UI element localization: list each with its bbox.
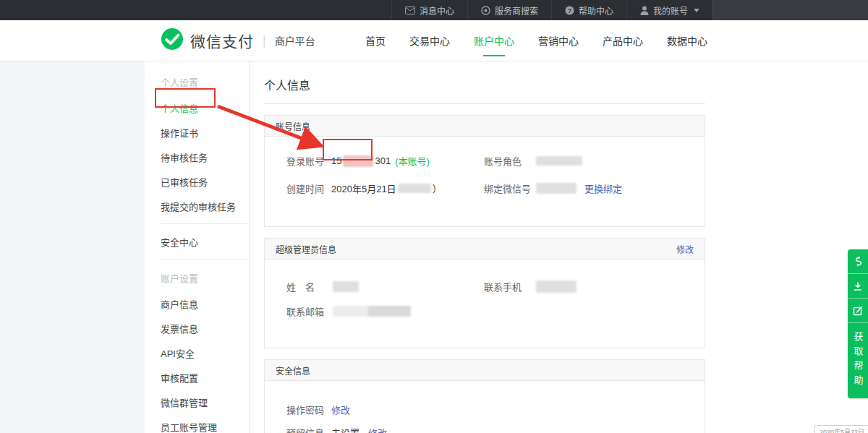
brand-subtitle: 商户平台 — [275, 33, 315, 48]
created-time-label: 创建时间 — [286, 181, 331, 195]
login-account-label: 登录账号 — [286, 154, 331, 168]
topbar-item-my-account[interactable]: 我的账号 — [626, 0, 712, 20]
sidebar-item-review-config[interactable]: 审核配置 — [145, 365, 249, 390]
sidebar-item-personal-info[interactable]: 个人信息 — [145, 95, 249, 120]
sidebar-item-wechat-group-mgmt[interactable]: 微信群管理 — [145, 390, 249, 414]
topbar-item-label: 消息中心 — [420, 4, 454, 17]
nav-item-marketing-center[interactable]: 营销中心 — [538, 29, 579, 52]
sidebar-item-security-center[interactable]: 安全中心 — [145, 229, 249, 254]
account-role-label: 账号角色 — [484, 154, 535, 168]
topbar-filler — [712, 0, 868, 20]
password-modify-link[interactable]: 修改 — [331, 403, 350, 416]
operation-password-label: 操作密码 — [286, 403, 331, 416]
wechat-pay-icon — [161, 27, 184, 53]
brand-name: 微信支付 — [190, 30, 254, 51]
topbar-item-message-center[interactable]: 消息中心 — [391, 0, 467, 20]
redacted-login-account — [343, 155, 373, 167]
nav-item-home[interactable]: 首页 — [365, 29, 386, 52]
feedback-edit-icon[interactable] — [848, 299, 868, 323]
topbar-item-service-search[interactable]: 服务商搜索 — [467, 0, 551, 20]
panel-admin-info-header: 超级管理员信息 — [276, 243, 336, 255]
chevron-down-icon — [694, 9, 699, 12]
current-account-note: (本账号) — [395, 154, 430, 168]
sidebar-item-pending-review-tasks[interactable]: 待审核任务 — [145, 145, 249, 169]
help-icon: ? — [565, 6, 574, 15]
login-account-value: 15 301 — [331, 155, 391, 167]
topbar-item-help-center[interactable]: ? 帮助中心 — [551, 0, 626, 20]
contact-phone-label: 联系手机 — [484, 280, 535, 293]
sidebar: 个人设置 个人信息 操作证书 待审核任务 已审核任务 我提交的审核任务 安全中心… — [145, 61, 250, 433]
sidebar-item-staff-account-mgmt[interactable]: 员工账号管理 — [145, 414, 249, 433]
panel-account-info: 账号信息 登录账号 15 301 (本账号) 账号角色 — [264, 115, 705, 227]
mail-icon — [405, 7, 415, 14]
redacted-contact-phone — [536, 280, 576, 293]
topbar: 消息中心 服务商搜索 ? 帮助中心 我的账号 — [0, 0, 868, 20]
reserved-info-value: 未设置 — [331, 426, 359, 433]
reserved-modify-link[interactable]: 修改 — [368, 426, 387, 433]
created-time-value: 2020年5月21日 ） — [331, 181, 442, 195]
sidebar-item-api-security[interactable]: API安全 — [145, 340, 249, 365]
page-body: 个人设置 个人信息 操作证书 待审核任务 已审核任务 我提交的审核任务 安全中心… — [145, 61, 868, 433]
sidebar-divider — [161, 259, 249, 260]
redacted-account-role — [536, 156, 582, 166]
get-help-button[interactable]: 获取帮助 — [848, 323, 868, 398]
brand-separator: | — [263, 33, 266, 48]
sidebar-group-account-settings: 账户设置 — [145, 265, 249, 291]
topbar-item-label: 服务商搜索 — [495, 4, 538, 17]
nav-item-account-center[interactable]: 账户中心 — [474, 29, 514, 52]
sidebar-item-invoice-info[interactable]: 发票信息 — [145, 316, 249, 340]
main-nav: 首页 交易中心 账户中心 营销中心 产品中心 数据中心 — [365, 29, 707, 52]
download-icon[interactable] — [848, 274, 868, 299]
nav-item-transaction-center[interactable]: 交易中心 — [409, 29, 450, 52]
main-content: 个人信息 账号信息 登录账号 15 301 (本账号) 账 — [250, 61, 868, 433]
sidebar-item-my-submitted-tasks[interactable]: 我提交的审核任务 — [145, 194, 249, 218]
panel-security-info: 安全信息 操作密码 修改 预留信息 未设置 修改 预留信息是由你自己 — [264, 359, 705, 433]
admin-name-label: 姓 名 — [286, 280, 331, 293]
panel-account-info-header: 账号信息 — [265, 116, 705, 137]
svg-text:?: ? — [568, 7, 572, 14]
sidebar-item-merchant-info[interactable]: 商户信息 — [145, 291, 249, 316]
admin-modify-link[interactable]: 修改 — [676, 243, 694, 255]
contact-email-label: 联系邮箱 — [286, 304, 331, 318]
nav-item-product-center[interactable]: 产品中心 — [603, 29, 643, 52]
redacted-admin-name — [333, 281, 359, 292]
nav-item-data-center[interactable]: 数据中心 — [667, 29, 707, 52]
brand-logo[interactable]: 微信支付 | 商户平台 — [145, 27, 315, 53]
redacted-contact-email — [333, 306, 411, 317]
panel-admin-info: 超级管理员信息 修改 姓 名 联系手机 联系邮箱 — [264, 238, 705, 348]
rebind-wechat-link[interactable]: 更换绑定 — [584, 181, 622, 195]
floating-toolbar: 获取帮助 — [848, 249, 868, 398]
sidebar-divider — [161, 223, 249, 224]
reserved-info-label: 预留信息 — [286, 426, 331, 433]
redacted-bound-wechat — [536, 183, 576, 194]
page-title: 个人信息 — [264, 74, 705, 104]
date-chip: 2020年5月22日 — [814, 425, 868, 433]
bound-wechat-label: 绑定微信号 — [484, 181, 535, 195]
app-header: 微信支付 | 商户平台 首页 交易中心 账户中心 营销中心 产品中心 数据中心 — [0, 20, 868, 61]
redacted-created-time — [398, 184, 431, 193]
topbar-item-label: 我的账号 — [653, 4, 688, 17]
hook-icon[interactable] — [848, 249, 868, 274]
user-icon — [640, 6, 649, 15]
sidebar-group-personal-settings: 个人设置 — [145, 69, 249, 95]
topbar-item-label: 帮助中心 — [579, 4, 613, 17]
service-search-icon — [481, 6, 490, 15]
sidebar-item-operation-certificate[interactable]: 操作证书 — [145, 120, 249, 145]
panel-security-info-header: 安全信息 — [265, 360, 705, 381]
sidebar-item-reviewed-tasks[interactable]: 已审核任务 — [145, 169, 249, 194]
